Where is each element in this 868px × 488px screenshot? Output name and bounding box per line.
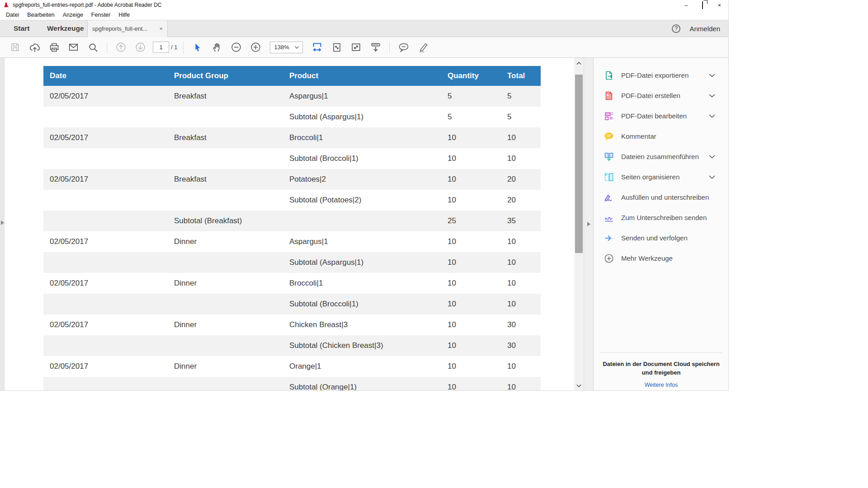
- cell-group: Subtotal (Breakfast): [174, 216, 289, 225]
- zoom-out-icon[interactable]: [226, 39, 246, 56]
- scrolling-mode-icon[interactable]: [366, 39, 385, 56]
- cell-product: Subtotal (Orange|1): [289, 383, 448, 391]
- pdf-page: Date Product Group Product Quantity Tota…: [5, 58, 574, 391]
- cell-total: 10: [507, 237, 541, 246]
- tools-panel-collapse-icon[interactable]: [587, 222, 590, 226]
- cell-quantity: 10: [448, 383, 507, 391]
- tab-werkzeuge[interactable]: Werkzeuge: [47, 20, 84, 37]
- tool-export-pdf[interactable]: PDF-Datei exportieren: [594, 65, 729, 85]
- table-row: Subtotal (Aspargus|1) 10 10: [43, 252, 541, 273]
- table-row: Subtotal (Orange|1) 10 10: [43, 377, 541, 391]
- table-row: 02/05/2017 Dinner Broccoli|1 10 10: [43, 273, 541, 294]
- table-row: 02/05/2017 Dinner Aspargus|1 10 10: [43, 231, 541, 252]
- cell-product: Potatoes|2: [289, 175, 448, 184]
- chevron-down-icon[interactable]: [709, 74, 715, 77]
- cell-total: 5: [507, 92, 541, 101]
- chevron-down-icon[interactable]: [709, 114, 715, 118]
- cell-date: 02/05/2017: [43, 279, 174, 288]
- fit-width-icon[interactable]: [307, 39, 327, 56]
- table-row: 02/05/2017 Breakfast Aspargus|1 5 5: [43, 86, 541, 107]
- email-icon[interactable]: [64, 39, 83, 56]
- column-header-quantity: Quantity: [448, 71, 507, 80]
- cell-quantity: 10: [448, 196, 507, 205]
- cell-quantity: 5: [448, 92, 507, 101]
- tool-more-tools[interactable]: Mehr Werkzeuge: [594, 248, 729, 268]
- next-page-icon[interactable]: [131, 39, 150, 56]
- toolbar-divider: [389, 42, 390, 53]
- scroll-down-icon[interactable]: [574, 381, 584, 390]
- tool-edit-pdf[interactable]: PDF-Datei bearbeiten: [594, 106, 729, 126]
- cell-total: 10: [507, 300, 541, 309]
- zoom-in-icon[interactable]: [246, 39, 265, 56]
- select-tool-icon[interactable]: [188, 39, 207, 56]
- cell-quantity: 10: [448, 258, 507, 267]
- cell-quantity: 10: [448, 175, 507, 184]
- more-tools-icon: [604, 253, 615, 264]
- table-row: Subtotal (Aspargus|1) 5 5: [43, 107, 541, 127]
- cell-product: Subtotal (Chicken Breast|3): [289, 341, 448, 350]
- menu-fenster[interactable]: Fenster: [87, 12, 114, 18]
- print-icon[interactable]: [44, 39, 64, 56]
- highlighter-icon[interactable]: [413, 39, 433, 56]
- close-icon[interactable]: ×: [717, 2, 721, 8]
- vertical-scrollbar[interactable]: [574, 58, 584, 391]
- menu-hilfe[interactable]: Hilfe: [114, 12, 134, 18]
- sign-in-button[interactable]: Anmelden: [689, 25, 720, 33]
- menu-bar: Datei Bearbeiten Anzeige Fenster Hilfe: [0, 10, 728, 20]
- table-row: 02/05/2017 Dinner Chicken Breast|3 10 30: [43, 314, 541, 335]
- comment-icon[interactable]: [394, 39, 413, 56]
- menu-bearbeiten[interactable]: Bearbeiten: [23, 12, 58, 18]
- cell-quantity: 10: [448, 237, 507, 246]
- cell-group: Dinner: [174, 237, 289, 246]
- cell-product: Subtotal (Potatoes|2): [289, 196, 448, 205]
- chevron-down-icon[interactable]: [709, 175, 715, 179]
- previous-page-icon[interactable]: [111, 39, 131, 56]
- chevron-down-icon[interactable]: [709, 155, 715, 159]
- tool-comment[interactable]: Kommentar: [594, 126, 729, 146]
- toolbar-divider: [183, 42, 184, 53]
- tool-label: Senden und verfolgen: [621, 234, 688, 242]
- save-icon[interactable]: [5, 39, 25, 56]
- search-icon[interactable]: [83, 39, 103, 56]
- acrobat-pdf-icon: [3, 2, 9, 9]
- chevron-down-icon[interactable]: [709, 94, 715, 98]
- fullscreen-icon[interactable]: [346, 39, 366, 56]
- tool-organize-pages[interactable]: Seiten organisieren: [594, 167, 729, 187]
- tab-start[interactable]: Start: [14, 20, 29, 37]
- restore-icon[interactable]: [702, 2, 703, 8]
- tool-label: Zum Unterschreiben senden: [621, 214, 707, 221]
- cell-product: Subtotal (Aspargus|1): [289, 113, 448, 122]
- hand-tool-icon[interactable]: [207, 39, 226, 56]
- scrollbar-thumb[interactable]: [575, 75, 583, 253]
- nav-pane-expand-icon[interactable]: [1, 221, 4, 225]
- tab-document[interactable]: spgfreports_full-ent... ×: [87, 20, 168, 37]
- cell-total: 20: [507, 175, 541, 184]
- fit-page-icon[interactable]: [327, 39, 346, 56]
- tab-close-icon[interactable]: ×: [159, 25, 163, 32]
- cell-product: Subtotal (Broccoli|1): [289, 154, 448, 163]
- menu-anzeige[interactable]: Anzeige: [59, 12, 87, 18]
- tool-send-for-signature[interactable]: Zum Unterschreiben senden: [594, 207, 729, 228]
- tool-label: PDF-Datei bearbeiten: [621, 112, 687, 120]
- tab-bar: Start Werkzeuge spgfreports_full-ent... …: [0, 20, 728, 37]
- tools-panel-collapse-strip: [584, 58, 594, 391]
- tool-send-and-track[interactable]: Senden und verfolgen: [594, 228, 729, 248]
- cell-product: Subtotal (Aspargus|1): [289, 258, 448, 267]
- table-row: Subtotal (Breakfast) 25 35: [43, 211, 541, 231]
- zoom-level-select[interactable]: 138%: [270, 42, 303, 53]
- cell-product: Broccoli|1: [289, 133, 448, 142]
- tool-fill-sign[interactable]: Ausfüllen und unterschreiben: [594, 187, 729, 207]
- tool-create-pdf[interactable]: PDF-Datei erstellen: [594, 85, 729, 106]
- tool-combine-files[interactable]: Dateien zusammenführen: [594, 146, 729, 167]
- scroll-up-icon[interactable]: [574, 59, 584, 68]
- cell-quantity: 10: [448, 300, 507, 309]
- send-and-track-icon: [604, 232, 615, 244]
- menu-datei[interactable]: Datei: [2, 12, 23, 18]
- help-icon[interactable]: ?: [672, 24, 680, 33]
- window-title: spgfreports_full-entries-report.pdf - Ad…: [13, 2, 162, 8]
- cloud-upload-icon[interactable]: [25, 39, 44, 56]
- minimize-icon[interactable]: –: [684, 2, 688, 8]
- page-number-input[interactable]: [153, 42, 169, 53]
- restore-glyph: [702, 1, 703, 9]
- weitere-infos-link[interactable]: Weitere Infos: [645, 382, 678, 388]
